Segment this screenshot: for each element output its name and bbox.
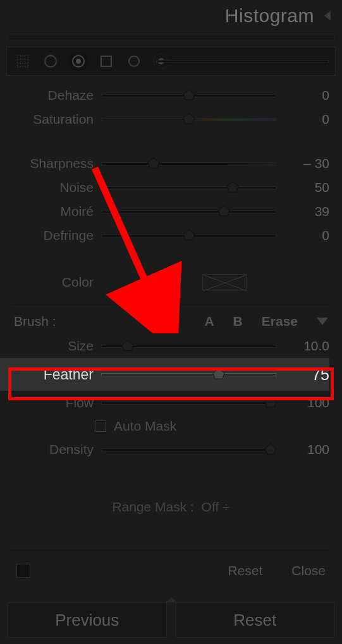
- svg-point-5: [45, 56, 56, 67]
- value-density[interactable]: 100: [285, 442, 329, 457]
- value-flow[interactable]: 100: [285, 395, 329, 410]
- label-flow: Flow: [0, 395, 101, 410]
- exposure-slider[interactable]: [156, 56, 329, 67]
- svg-rect-8: [101, 56, 111, 66]
- brush-label: Brush :: [14, 314, 56, 329]
- label-defringe: Defringe: [0, 228, 101, 243]
- range-mask-value: Off: [202, 499, 219, 514]
- reset-close-row: Reset Close: [0, 557, 342, 591]
- row-noise: Noise 50: [0, 176, 329, 200]
- reset-button[interactable]: Reset: [176, 602, 335, 638]
- label-noise: Noise: [0, 180, 101, 195]
- slider-dehaze[interactable]: [101, 89, 276, 102]
- svg-marker-21: [213, 369, 224, 379]
- slider-noise[interactable]: [101, 181, 276, 194]
- svg-rect-0: [17, 56, 28, 67]
- svg-marker-12: [183, 90, 195, 100]
- label-sharpness: Sharpness: [0, 156, 101, 171]
- value-size[interactable]: 10.0: [285, 338, 329, 354]
- row-flow: Flow 100: [0, 391, 329, 415]
- row-defringe: Defringe 0: [0, 224, 329, 247]
- label-moire: Moiré: [0, 204, 101, 219]
- previous-button[interactable]: Previous: [8, 602, 167, 638]
- value-feather[interactable]: 75: [285, 366, 329, 384]
- range-mask-label: Range Mask :: [112, 499, 194, 514]
- brush-selector: Brush : A B Erase: [0, 311, 342, 333]
- label-feather: Feather: [0, 366, 101, 383]
- divider: [11, 304, 331, 305]
- brush-opt-b[interactable]: B: [233, 314, 243, 329]
- label-saturation: Saturation: [0, 112, 101, 127]
- collapse-icon[interactable]: [324, 11, 331, 21]
- value-sharpness[interactable]: – 30: [285, 156, 329, 171]
- label-dehaze: Dehaze: [0, 88, 101, 103]
- brush-tool-icon[interactable]: [125, 52, 144, 71]
- svg-marker-15: [227, 182, 238, 192]
- label-density: Density: [0, 442, 101, 457]
- slider-feather[interactable]: [101, 368, 276, 381]
- svg-marker-22: [265, 397, 276, 407]
- row-automask: Auto Mask: [0, 415, 329, 438]
- slider-size[interactable]: [101, 340, 276, 352]
- svg-marker-17: [183, 230, 195, 240]
- row-dehaze: Dehaze 0: [0, 83, 329, 107]
- tool-strip: [6, 47, 336, 76]
- svg-marker-14: [148, 158, 159, 168]
- row-saturation: Saturation 0: [0, 107, 329, 131]
- gradient-tool-icon[interactable]: [97, 52, 116, 71]
- slider-sharpness[interactable]: [101, 157, 276, 170]
- crop-tool-icon[interactable]: [13, 52, 32, 71]
- histogram-header[interactable]: Histogram: [0, 0, 342, 30]
- divider-2: [11, 550, 331, 551]
- pin-toggle[interactable]: [16, 564, 30, 578]
- row-moire: Moiré 39: [0, 200, 329, 224]
- row-sharpness: Sharpness – 30: [0, 152, 329, 176]
- label-size: Size: [0, 338, 101, 354]
- range-mask-row[interactable]: Range Mask : Off ÷: [0, 464, 342, 544]
- row-size: Size 10.0: [0, 334, 329, 358]
- bottom-bar: Previous Reset: [0, 602, 342, 644]
- brush-opt-erase[interactable]: Erase: [262, 314, 298, 329]
- automask-label: Auto Mask: [114, 419, 176, 434]
- row-color: Color: [0, 266, 342, 298]
- slider-defringe[interactable]: [101, 229, 276, 242]
- value-dehaze[interactable]: 0: [285, 88, 329, 103]
- reset-button-label: Reset: [233, 611, 276, 630]
- reset-link[interactable]: Reset: [228, 563, 262, 578]
- slider-moire[interactable]: [101, 205, 276, 218]
- value-moire[interactable]: 39: [285, 204, 329, 219]
- color-swatch[interactable]: [202, 274, 247, 290]
- value-noise[interactable]: 50: [285, 180, 329, 195]
- value-saturation[interactable]: 0: [285, 112, 329, 127]
- close-link[interactable]: Close: [291, 563, 326, 578]
- histogram-strip: [8, 34, 334, 40]
- svg-point-9: [129, 56, 139, 66]
- radial-tool-icon[interactable]: [69, 52, 88, 71]
- svg-marker-13: [183, 114, 195, 124]
- previous-button-label: Previous: [55, 611, 119, 630]
- slider-saturation[interactable]: [101, 113, 276, 126]
- row-feather: Feather 75: [0, 358, 329, 391]
- svg-marker-16: [218, 206, 229, 216]
- spot-tool-icon[interactable]: [41, 52, 60, 71]
- svg-marker-23: [265, 444, 276, 454]
- slider-density[interactable]: [101, 443, 276, 456]
- label-color: Color: [0, 275, 101, 290]
- svg-marker-20: [122, 340, 133, 350]
- panel-title: Histogram: [225, 5, 314, 27]
- svg-point-7: [76, 59, 81, 64]
- row-density: Density 100: [0, 438, 329, 462]
- value-defringe[interactable]: 0: [285, 228, 329, 243]
- brush-opt-a[interactable]: A: [204, 314, 214, 329]
- automask-checkbox[interactable]: [95, 420, 106, 432]
- brush-disclosure-icon[interactable]: [317, 318, 328, 325]
- expand-up-icon[interactable]: [166, 597, 177, 602]
- slider-flow[interactable]: [101, 397, 276, 409]
